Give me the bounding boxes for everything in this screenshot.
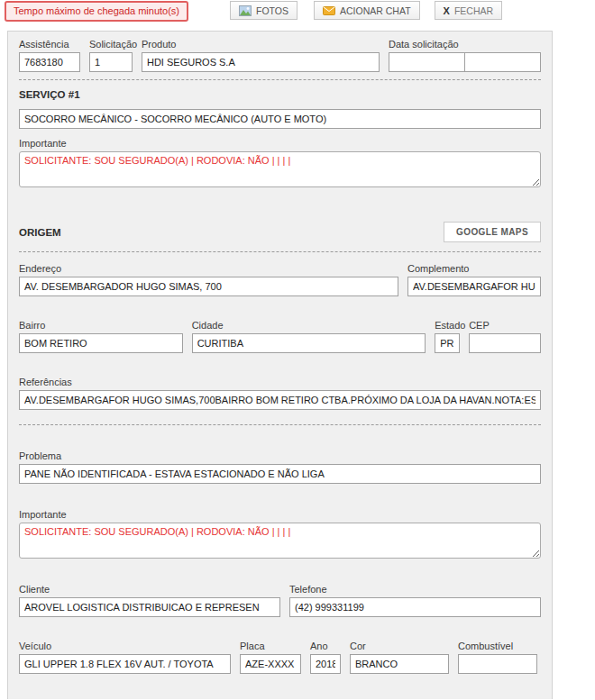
- cep-input[interactable]: [469, 333, 541, 353]
- bairro-row: Bairro Cidade Estado CEP: [19, 320, 541, 353]
- separator: [19, 251, 541, 252]
- placa-label: Placa: [240, 641, 301, 651]
- solicitacao-input[interactable]: [89, 52, 133, 72]
- origem-importante-label: Importante: [19, 509, 541, 520]
- google-maps-button[interactable]: GOOGLE MAPS: [444, 222, 541, 242]
- cidade-label: Cidade: [192, 320, 426, 331]
- acionar-chat-button-label: ACIONAR CHAT: [340, 5, 411, 16]
- photo-icon: [239, 5, 252, 16]
- cor-label: Cor: [350, 641, 449, 651]
- acionar-chat-button[interactable]: ACIONAR CHAT: [314, 1, 420, 20]
- cliente-label: Cliente: [19, 584, 280, 595]
- ano-label: Ano: [310, 641, 341, 651]
- servico-importante-label: Importante: [19, 138, 541, 149]
- servico-section-title: SERVIÇO #1: [19, 89, 541, 100]
- fotos-button-label: FOTOS: [256, 5, 288, 16]
- toolbar: Tempo máximo de chegada minuto(s) FOTOS …: [0, 0, 595, 31]
- cliente-input[interactable]: [19, 597, 280, 617]
- data-solicitacao-date-input[interactable]: [389, 52, 465, 72]
- cidade-input[interactable]: [192, 333, 426, 353]
- tempo-maximo-alert[interactable]: Tempo máximo de chegada minuto(s): [5, 1, 188, 22]
- complemento-input[interactable]: [407, 277, 541, 296]
- header-fields-row: Assistência Solicitação Produto Data sol…: [19, 39, 541, 72]
- solicitacao-label: Solicitação: [89, 39, 133, 50]
- cor-input[interactable]: [350, 654, 449, 674]
- estado-input[interactable]: [435, 333, 460, 353]
- problema-input[interactable]: [19, 464, 541, 484]
- separator: [19, 79, 541, 80]
- bairro-label: Bairro: [19, 320, 183, 331]
- separator: [19, 424, 541, 425]
- origem-section-title: ORIGEM: [19, 227, 61, 238]
- telefone-label: Telefone: [289, 584, 541, 595]
- endereco-label: Endereço: [19, 263, 398, 274]
- data-solicitacao-time-input[interactable]: [464, 52, 541, 72]
- telefone-input[interactable]: [289, 597, 541, 617]
- servico-descricao-input[interactable]: [19, 109, 541, 129]
- fechar-button-label: FECHAR: [454, 5, 493, 16]
- ano-input[interactable]: [310, 654, 341, 674]
- endereco-input[interactable]: [19, 277, 398, 296]
- close-x-icon: X: [444, 5, 450, 16]
- estado-label: Estado: [435, 320, 460, 331]
- complemento-label: Complemento: [407, 263, 541, 274]
- referencias-label: Referências: [19, 377, 541, 387]
- assistencia-label: Assistência: [19, 39, 80, 50]
- fotos-button[interactable]: FOTOS: [230, 1, 298, 20]
- problema-label: Problema: [19, 450, 541, 461]
- fechar-button[interactable]: X FECHAR: [435, 1, 503, 20]
- produto-input[interactable]: [142, 52, 380, 72]
- produto-label: Produto: [142, 39, 380, 50]
- servico-importante-textarea[interactable]: SOLICITANTE: SOU SEGURADO(A) | RODOVIA: …: [19, 151, 541, 187]
- cep-label: CEP: [469, 320, 541, 331]
- origem-header-row: ORIGEM GOOGLE MAPS: [19, 222, 541, 242]
- combustivel-label: Combustível: [458, 641, 537, 651]
- origem-importante-textarea[interactable]: SOLICITANTE: SOU SEGURADO(A) | RODOVIA: …: [19, 523, 541, 559]
- envelope-icon: [323, 6, 335, 15]
- veiculo-input[interactable]: [19, 654, 231, 674]
- endereco-row: Endereço Complemento: [19, 263, 541, 296]
- service-form-panel: Assistência Solicitação Produto Data sol…: [7, 31, 553, 699]
- assistencia-input[interactable]: [19, 52, 80, 72]
- combustivel-input[interactable]: [458, 654, 537, 674]
- bairro-input[interactable]: [19, 333, 183, 353]
- referencias-input[interactable]: [19, 390, 541, 410]
- veiculo-row: Veículo Placa Ano Cor Combustível: [19, 641, 541, 674]
- placa-input[interactable]: [240, 654, 301, 674]
- data-solicitacao-label: Data solicitação: [389, 39, 541, 50]
- cliente-row: Cliente Telefone: [19, 584, 541, 617]
- veiculo-label: Veículo: [19, 641, 231, 651]
